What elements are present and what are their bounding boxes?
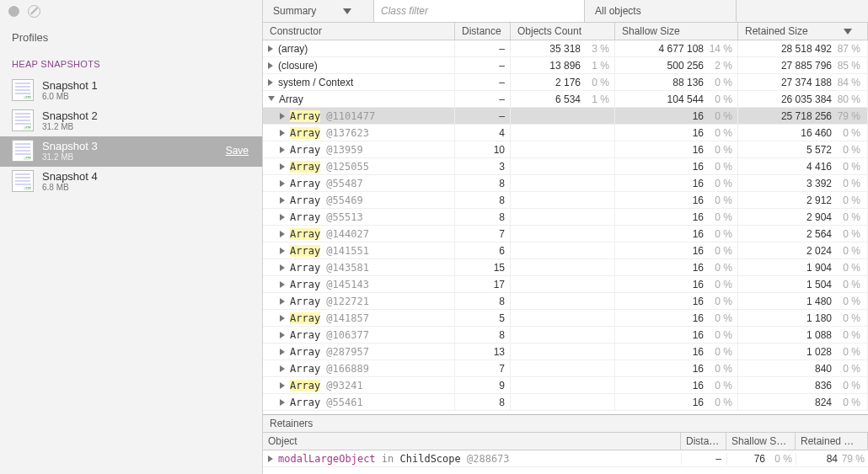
shallow-size-cell: 160 % xyxy=(615,175,738,191)
record-icon[interactable] xyxy=(8,6,19,17)
objects-count-cell xyxy=(511,360,615,376)
expand-icon[interactable] xyxy=(280,180,285,187)
table-row[interactable]: Array–6 5341 %104 5440 %26 035 38480 % xyxy=(263,91,868,108)
objects-count-cell xyxy=(511,394,615,410)
table-row[interactable]: Array @14358115160 %1 9040 % xyxy=(263,259,868,276)
distance-cell: 13 xyxy=(455,344,511,359)
snapshot-size: 31.2 MB xyxy=(42,152,217,162)
expand-icon[interactable] xyxy=(268,62,273,69)
shallow-size-cell: 160 % xyxy=(615,293,738,309)
expand-icon[interactable] xyxy=(280,248,285,254)
objects-count-cell: 13 8961 % xyxy=(511,57,615,73)
retainer-distance: – xyxy=(681,453,726,465)
expand-icon[interactable] xyxy=(280,281,285,288)
snapshot-item[interactable]: Snapshot 331.2 MBSave xyxy=(0,136,262,167)
expand-icon[interactable] xyxy=(280,214,285,221)
ret-col-object[interactable]: Object xyxy=(263,433,681,450)
expand-icon[interactable] xyxy=(280,264,285,271)
objects-count-cell xyxy=(511,310,615,326)
retainer-property: modalLargeObject xyxy=(278,453,376,465)
expand-icon[interactable] xyxy=(280,231,285,237)
table-row[interactable]: Array @1250553160 %4 4160 % xyxy=(263,158,868,175)
table-row[interactable]: (closure)–13 8961 %500 2562 %27 885 7968… xyxy=(263,57,868,74)
table-row[interactable]: Array @1376234160 %16 4600 % xyxy=(263,125,868,141)
expand-icon[interactable] xyxy=(280,298,285,305)
expand-icon[interactable] xyxy=(280,349,285,355)
retained-size-cell: 8360 % xyxy=(738,377,868,393)
objects-count-cell: 2 1760 % xyxy=(511,74,615,90)
retained-size-cell: 28 518 49287 % xyxy=(738,40,868,56)
snapshot-item[interactable]: Snapshot 231.2 MB xyxy=(0,106,262,136)
distance-cell: 10 xyxy=(455,141,511,157)
expand-icon[interactable] xyxy=(280,113,285,120)
heap-grid[interactable]: (array)–35 3183 %4 677 10814 %28 518 492… xyxy=(263,40,868,414)
expand-icon[interactable] xyxy=(280,382,285,389)
sort-desc-icon xyxy=(844,29,852,35)
shallow-size-cell: 160 % xyxy=(615,259,738,275)
col-retained-size[interactable]: Retained Size xyxy=(738,23,868,40)
class-filter-input[interactable] xyxy=(374,0,585,22)
table-row[interactable]: Array @1395910160 %5 5720 % xyxy=(263,141,868,158)
table-row[interactable]: (array)–35 3183 %4 677 10814 %28 518 492… xyxy=(263,40,868,57)
shallow-size-cell: 160 % xyxy=(615,276,738,292)
constructor-cell: Array @144027 xyxy=(263,226,455,242)
col-shallow-size[interactable]: Shallow Size xyxy=(615,23,738,40)
col-objects-count[interactable]: Objects Count xyxy=(511,23,615,40)
constructor-cell: Array @106377 xyxy=(263,327,455,343)
clear-icon[interactable] xyxy=(28,5,40,18)
expand-icon[interactable] xyxy=(280,399,285,406)
table-row[interactable]: Array @1418575160 %1 1800 % xyxy=(263,310,868,327)
table-row[interactable]: Array @555138160 %2 9040 % xyxy=(263,209,868,226)
retained-size-cell: 25 718 25679 % xyxy=(738,108,868,124)
table-row[interactable]: Array @554698160 %2 9120 % xyxy=(263,192,868,209)
table-row[interactable]: Array @932419160 %8360 % xyxy=(263,377,868,394)
expand-icon[interactable] xyxy=(280,332,285,338)
ret-col-distance[interactable]: Dista… xyxy=(681,433,726,450)
snapshot-name: Snapshot 4 xyxy=(42,170,250,183)
expand-icon[interactable] xyxy=(280,146,285,153)
retainers-body[interactable]: modalLargeObject in ChildScope @288673 –… xyxy=(263,450,868,474)
expand-icon[interactable] xyxy=(280,365,285,372)
expand-icon[interactable] xyxy=(268,79,273,86)
ret-col-retained[interactable]: Retained … xyxy=(796,433,868,450)
shallow-size-cell: 160 % xyxy=(615,327,738,343)
col-distance[interactable]: Distance xyxy=(455,23,511,40)
table-row[interactable]: system / Context–2 1760 %88 1360 %27 374… xyxy=(263,74,868,91)
table-row[interactable]: Array @1668897160 %8400 % xyxy=(263,360,868,377)
retainer-retained: 8479 % xyxy=(796,453,868,465)
table-row[interactable]: Array @1415516160 %2 0240 % xyxy=(263,242,868,259)
expand-icon[interactable] xyxy=(280,163,285,170)
expand-icon[interactable] xyxy=(268,45,273,52)
heap-snapshots-heading: HEAP SNAPSHOTS xyxy=(0,49,262,76)
expand-icon[interactable] xyxy=(268,455,273,462)
retainer-row[interactable]: modalLargeObject in ChildScope @288673 –… xyxy=(263,450,868,467)
snapshot-item[interactable]: Snapshot 16.0 MB xyxy=(0,76,262,106)
constructor-cell: Array @122721 xyxy=(263,293,455,309)
shallow-size-cell: 88 1360 % xyxy=(615,74,738,90)
expand-icon[interactable] xyxy=(268,96,275,101)
table-row[interactable]: Array @554618160 %8240 % xyxy=(263,394,868,411)
objects-scope-selector[interactable]: All objects xyxy=(585,0,737,22)
distance-cell: 8 xyxy=(455,394,511,410)
expand-icon[interactable] xyxy=(280,130,285,136)
table-row[interactable]: Array @28795713160 %1 0280 % xyxy=(263,344,868,360)
snapshot-item[interactable]: Snapshot 46.8 MB xyxy=(0,167,262,197)
col-constructor[interactable]: Constructor xyxy=(263,23,455,40)
table-row[interactable]: Array @1227218160 %1 4800 % xyxy=(263,293,868,310)
table-row[interactable]: Array @14514317160 %1 5040 % xyxy=(263,276,868,293)
snapshot-icon xyxy=(12,140,34,162)
shallow-size-cell: 160 % xyxy=(615,242,738,258)
expand-icon[interactable] xyxy=(280,315,285,322)
table-row[interactable]: Array @1063778160 %1 0880 % xyxy=(263,327,868,344)
retained-size-cell: 1 0880 % xyxy=(738,327,868,343)
retained-size-cell: 2 5640 % xyxy=(738,226,868,242)
objects-count-cell xyxy=(511,293,615,309)
table-row[interactable]: Array @1440277160 %2 5640 % xyxy=(263,226,868,242)
constructor-cell: Array @141857 xyxy=(263,310,455,326)
ret-col-shallow[interactable]: Shallow S… xyxy=(726,433,796,450)
expand-icon[interactable] xyxy=(280,197,285,204)
table-row[interactable]: Array @1101477–160 %25 718 25679 % xyxy=(263,108,868,125)
view-selector[interactable]: Summary xyxy=(263,0,374,22)
table-row[interactable]: Array @554878160 %3 3920 % xyxy=(263,175,868,192)
save-link[interactable]: Save xyxy=(226,145,249,157)
